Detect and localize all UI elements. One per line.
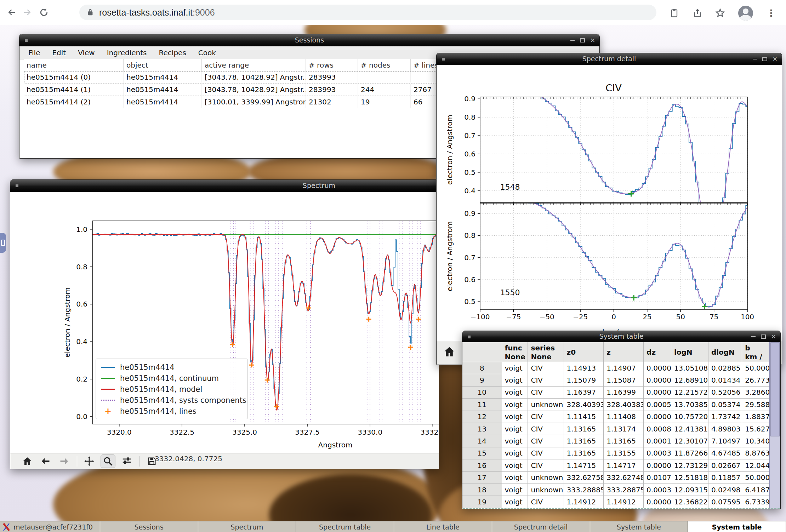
panel-glyph-icon — [1, 240, 5, 246]
cell: voigt — [502, 423, 528, 435]
cell: 26.773 — [742, 374, 770, 386]
menu-recipes[interactable]: Recipes — [153, 48, 192, 57]
cell: 12.51818 — [671, 472, 708, 484]
close-icon[interactable]: ✕ — [590, 38, 595, 44]
cell: 0.02498 — [708, 484, 742, 496]
menu-edit[interactable]: Edit — [46, 48, 72, 57]
cell: 0.00000 — [644, 496, 671, 508]
taskbar-item-spectrum-table[interactable]: Spectrum table — [296, 521, 394, 532]
panel-annotation: 1550 — [500, 288, 520, 297]
svg-text:3330.0: 3330.0 — [358, 428, 382, 436]
close-icon[interactable]: ✕ — [773, 56, 778, 62]
menu-file[interactable]: File — [22, 48, 46, 57]
table-row[interactable]: 14voigtCIV1.131651.131650.0001412.301077… — [462, 435, 770, 447]
zoom-icon[interactable] — [101, 454, 115, 468]
cell: 14 — [462, 435, 502, 447]
svg-text:0.0: 0.0 — [76, 412, 87, 421]
svg-text:3325.0: 3325.0 — [232, 428, 257, 436]
table-row[interactable]: 13voigtCIV1.131651.131740.0008112.413814… — [462, 423, 770, 435]
cell: 328.40383 — [604, 399, 644, 411]
column-header[interactable]: z — [604, 342, 644, 362]
browser-reload-icon[interactable] — [37, 5, 51, 19]
minimize-icon[interactable] — [751, 336, 756, 337]
bookmark-star-icon[interactable] — [712, 5, 728, 21]
column-header[interactable]: dlogN — [708, 342, 742, 362]
taskbar-item-line-table[interactable]: Line table — [394, 521, 492, 532]
subplots-icon[interactable] — [120, 455, 134, 468]
taskbar-item-sessions[interactable]: Sessions — [100, 521, 198, 532]
home-icon[interactable] — [442, 345, 456, 358]
spectrum-detail-plot[interactable]: CIV15480.40.50.60.70.80.9electron / Angs… — [437, 65, 782, 365]
scrollbar-thumb[interactable] — [770, 342, 780, 436]
column-header[interactable]: z0 — [564, 342, 604, 362]
maximize-icon[interactable] — [580, 38, 585, 42]
spectrum-detail-titlebar[interactable]: Spectrum detail ✕ — [437, 53, 782, 65]
column-header[interactable]: # rows — [306, 59, 358, 71]
spectrum-legend: he0515m4414he0515m4414, continuumhe0515m… — [96, 359, 248, 419]
taskbar-item-system-table[interactable]: System table — [590, 521, 688, 532]
table-row[interactable]: 16voigtCIV1.147151.147170.0000012.731290… — [462, 459, 770, 471]
spectrum-titlebar[interactable]: Spectrum — [10, 180, 439, 192]
cell: 13.70385 — [671, 399, 708, 411]
legend-entry: he0515m4414 — [100, 362, 247, 373]
close-icon[interactable]: ✕ — [771, 334, 776, 340]
svg-text:50: 50 — [676, 313, 685, 321]
column-header[interactable]: funcNone — [502, 342, 528, 362]
menu-ingredients[interactable]: Ingredients — [101, 48, 153, 57]
table-row[interactable]: 18voigtunknown333.28885333.288750.000331… — [462, 484, 770, 496]
ylabel: electron / Angstrom — [445, 221, 454, 291]
cell: 0.00000 — [644, 459, 671, 471]
back-icon[interactable] — [39, 455, 53, 468]
pan-icon[interactable] — [82, 455, 96, 468]
column-header[interactable]: seriesNone — [528, 342, 564, 362]
column-header[interactable]: object — [124, 59, 202, 71]
kebab-menu-icon[interactable]: ⋮ — [763, 5, 779, 21]
cell — [358, 71, 411, 83]
side-panel-handle[interactable] — [0, 233, 6, 253]
table-row[interactable]: 8voigtCIV1.149131.149070.0000213.051080.… — [462, 362, 770, 374]
taskbar-item-spectrum-detail[interactable]: Spectrum detail — [492, 521, 590, 532]
taskbar-item-spectrum[interactable]: Spectrum — [198, 521, 296, 532]
cell: 1.16397 — [564, 387, 604, 399]
column-header[interactable]: dz — [644, 342, 671, 362]
clipboard-icon[interactable] — [667, 5, 682, 21]
taskbar-item-metauser-acfef7231f0[interactable]: metauser@acfef7231f0 — [0, 521, 100, 532]
column-header[interactable]: bkm / — [742, 342, 770, 362]
scrollbar[interactable] — [769, 342, 780, 509]
cell: 12.73129 — [671, 459, 708, 471]
column-header[interactable]: active range — [202, 59, 306, 71]
forward-icon[interactable] — [57, 455, 71, 468]
table-row[interactable]: 12voigtCIV1.114151.114080.0000410.757201… — [462, 411, 770, 423]
share-icon[interactable] — [690, 5, 705, 21]
browser-back-icon[interactable] — [4, 5, 18, 19]
address-bar[interactable]: rosetta-tasks.oats.inaf.it:9006 — [79, 5, 656, 20]
minimize-icon[interactable] — [753, 59, 757, 59]
menu-view[interactable]: View — [72, 48, 101, 57]
table-row[interactable]: 19voigtCIV1.149121.149120.0000012.368220… — [462, 496, 770, 508]
table-row[interactable]: 10voigtCIV1.163971.163990.0000012.215720… — [462, 387, 770, 399]
cell: he0515m4414 — [124, 96, 202, 108]
maximize-icon[interactable] — [761, 334, 766, 339]
cell: 1.14912 — [564, 496, 604, 508]
sessions-titlebar[interactable]: Sessions ✕ — [19, 34, 599, 46]
browser-forward-icon[interactable] — [21, 5, 35, 19]
system-table-titlebar[interactable]: System table ✕ — [462, 331, 780, 342]
home-icon[interactable] — [20, 455, 34, 468]
table-row[interactable]: 17voigtunknown332.62758332.627480.010731… — [462, 472, 770, 484]
table-row[interactable]: 15voigtCIV1.131651.131550.0003611.872664… — [462, 447, 770, 459]
cell: CIV — [528, 362, 564, 374]
column-header[interactable]: logN — [671, 342, 708, 362]
maximize-icon[interactable] — [762, 57, 767, 61]
cell: 0.00036 — [644, 447, 671, 459]
column-header[interactable]: # nodes — [358, 59, 411, 71]
minimize-icon[interactable] — [570, 40, 575, 41]
avatar[interactable] — [738, 5, 753, 21]
cell: 1.14912 — [604, 496, 644, 508]
column-header[interactable] — [462, 342, 502, 362]
column-header[interactable]: name — [24, 59, 124, 71]
menu-cook[interactable]: Cook — [192, 48, 222, 57]
table-row[interactable]: 11voigtunknown328.40393328.403830.000571… — [462, 399, 770, 411]
taskbar-item-system-table[interactable]: System table — [688, 521, 786, 532]
system-table-window: System table ✕ funcNoneseriesNonez0zdzlo… — [462, 331, 781, 509]
table-row[interactable]: 9voigtCIV1.150791.150870.0000112.689100.… — [462, 374, 770, 386]
